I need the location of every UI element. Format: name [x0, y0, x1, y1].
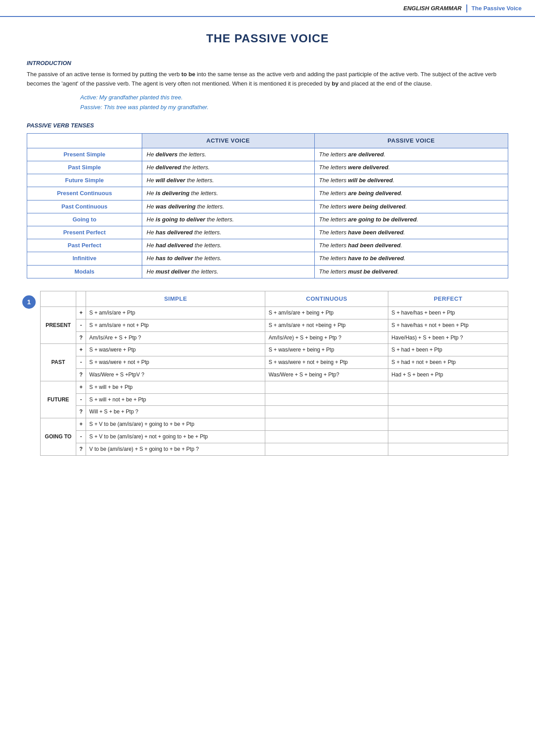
tense-label: Infinitive: [27, 252, 142, 265]
formula-row: ?V to be (am/is/are) + S + going to + be…: [41, 443, 508, 455]
perfect-formula: [388, 393, 508, 406]
continuous-formula: Was/Were + S + being + Ptp?: [265, 368, 388, 381]
sign-cell: ?: [76, 331, 86, 344]
formula-table: SIMPLE CONTINUOUS PERFECT PRESENT+S + am…: [40, 291, 508, 456]
active-cell: He has to deliver the letters.: [142, 252, 314, 265]
section-badge: 1: [22, 295, 36, 309]
continuous-formula: [265, 381, 388, 393]
passive-cell: The letters must be delivered.: [314, 265, 508, 278]
sign-cell: +: [76, 381, 86, 393]
active-example: Active: My grandfather planted this tree…: [80, 93, 508, 102]
continuous-formula: S + was/were + not + being + Ptp: [265, 356, 388, 369]
formula-th-empty2: [76, 291, 86, 306]
page: ENGLISH GRAMMAR The Passive Voice THE PA…: [0, 0, 535, 756]
passive-label: The Passive Voice: [472, 4, 522, 12]
perfect-formula: S + had + been + Ptp: [388, 344, 508, 356]
continuous-formula: S + am/is/are + not +being + Ptp: [265, 319, 388, 331]
formula-row: ?Am/Is/Are + S + Ptp ?Am/Is/Are) + S + b…: [41, 331, 508, 344]
continuous-formula: [265, 430, 388, 443]
perfect-formula: Had + S + been + Ptp: [388, 368, 508, 381]
tenses-th-empty: [27, 133, 142, 148]
intro-heading: INTRODUCTION: [27, 59, 508, 67]
formula-table-wrap: SIMPLE CONTINUOUS PERFECT PRESENT+S + am…: [40, 291, 508, 456]
tense-label: Past Continuous: [27, 200, 142, 213]
active-cell: He has delivered the letters.: [142, 226, 314, 239]
formula-row: PAST+S + was/were + PtpS + was/were + be…: [41, 344, 508, 356]
sign-cell: +: [76, 306, 86, 319]
sign-cell: ?: [76, 443, 86, 455]
sign-cell: -: [76, 430, 86, 443]
sign-cell: +: [76, 344, 86, 356]
active-cell: He delivers the letters.: [142, 148, 314, 161]
formula-th-continuous: CONTINUOUS: [265, 291, 388, 306]
active-cell: He is delivering the letters.: [142, 187, 314, 200]
formula-row: GOING TO+S + V to be (am/is/are) + going…: [41, 418, 508, 431]
simple-formula: S + am/is/are + not + Ptp: [86, 319, 265, 331]
formula-row: FUTURE+S + will + be + Ptp: [41, 381, 508, 393]
passive-cell: The letters will be delivered.: [314, 174, 508, 187]
examples-block: Active: My grandfather planted this tree…: [80, 93, 508, 112]
tense-label: Present Perfect: [27, 226, 142, 239]
simple-formula: Am/Is/Are + S + Ptp ?: [86, 331, 265, 344]
passive-cell: The letters are delivered.: [314, 148, 508, 161]
row-section-label: FUTURE: [41, 381, 76, 418]
passive-cell: The letters were delivered.: [314, 161, 508, 174]
header-divider: [466, 4, 467, 12]
tense-label: Future Simple: [27, 174, 142, 187]
perfect-formula: [388, 430, 508, 443]
simple-formula: S + will + not + be + Ptp: [86, 393, 265, 406]
continuous-formula: S + was/were + being + Ptp: [265, 344, 388, 356]
tenses-th-passive: PASSIVE VOICE: [314, 133, 508, 148]
sign-cell: -: [76, 356, 86, 369]
active-cell: He had delivered the letters.: [142, 239, 314, 252]
simple-formula: S + V to be (am/is/are) + going to + be …: [86, 418, 265, 431]
page-title: THE PASSIVE VOICE: [27, 30, 508, 46]
verb-tenses-heading: PASSIVE VERB TENSES: [27, 122, 508, 130]
perfect-formula: Have/Has) + S + been + Ptp ?: [388, 331, 508, 344]
perfect-formula: S + have/has + been + Ptp: [388, 306, 508, 319]
active-cell: He is going to deliver the letters.: [142, 213, 314, 226]
passive-example: Passive: This tree was planted by my gra…: [80, 102, 508, 112]
simple-formula: S + was/were + Ptp: [86, 344, 265, 356]
formula-row: -S + will + not + be + Ptp: [41, 393, 508, 406]
active-cell: He delivered the letters.: [142, 161, 314, 174]
perfect-formula: [388, 418, 508, 431]
continuous-formula: [265, 418, 388, 431]
perfect-formula: [388, 443, 508, 455]
active-cell: He will deliver the letters.: [142, 174, 314, 187]
intro-paragraph: The passive of an active tense is formed…: [27, 70, 508, 89]
simple-formula: S + will + be + Ptp: [86, 381, 265, 393]
perfect-formula: S + had + not + been + Ptp: [388, 356, 508, 369]
formula-row: -S + was/were + not + PtpS + was/were + …: [41, 356, 508, 369]
tense-label: Past Perfect: [27, 239, 142, 252]
row-section-label: PRESENT: [41, 306, 76, 343]
formula-th-empty1: [41, 291, 76, 306]
tenses-table: ACTIVE VOICE PASSIVE VOICE Present Simpl…: [27, 133, 508, 278]
row-section-label: GOING TO: [41, 418, 76, 455]
tense-label: Past Simple: [27, 161, 142, 174]
continuous-formula: [265, 393, 388, 406]
tense-label: Modals: [27, 265, 142, 278]
grammar-label: ENGLISH GRAMMAR: [403, 4, 462, 12]
simple-formula: S + V to be (am/is/are) + not + going to…: [86, 430, 265, 443]
page-header: ENGLISH GRAMMAR The Passive Voice: [0, 0, 535, 17]
passive-cell: The letters had been delivered.: [314, 239, 508, 252]
row-section-label: PAST: [41, 344, 76, 381]
sign-cell: -: [76, 393, 86, 406]
passive-cell: The letters are going to be delivered.: [314, 213, 508, 226]
formula-row: -S + am/is/are + not + PtpS + am/is/are …: [41, 319, 508, 331]
formula-row: ?Will + S + be + Ptp ?: [41, 406, 508, 418]
tenses-th-active: ACTIVE VOICE: [142, 133, 314, 148]
formula-th-perfect: PERFECT: [388, 291, 508, 306]
simple-formula: Was/Were + S +PtpV ?: [86, 368, 265, 381]
formula-row: PRESENT+S + am/is/are + PtpS + am/is/are…: [41, 306, 508, 319]
passive-cell: The letters have to be delivered.: [314, 252, 508, 265]
simple-formula: Will + S + be + Ptp ?: [86, 406, 265, 418]
perfect-formula: [388, 406, 508, 418]
continuous-formula: Am/Is/Are) + S + being + Ptp ?: [265, 331, 388, 344]
continuous-formula: [265, 443, 388, 455]
perfect-formula: [388, 381, 508, 393]
perfect-formula: S + have/has + not + been + Ptp: [388, 319, 508, 331]
active-cell: He was delivering the letters.: [142, 200, 314, 213]
formula-th-simple: SIMPLE: [86, 291, 265, 306]
